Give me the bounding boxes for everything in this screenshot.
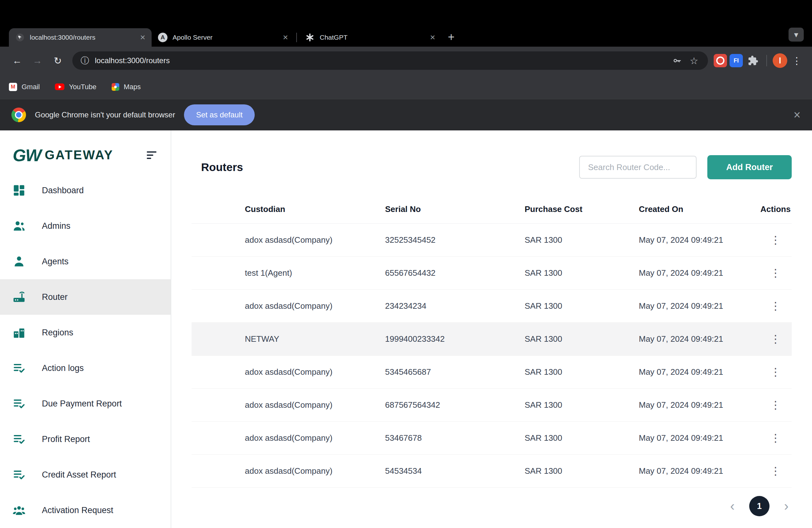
table-row[interactable]: adox asdasd(Company) 5345465687 SAR 1300… <box>192 356 792 389</box>
cell-cost: SAR 1300 <box>525 466 639 476</box>
address-bar[interactable]: ⓘ localhost:3000/routers ☆ <box>72 52 708 70</box>
sidebar-item-admins[interactable]: Admins <box>0 208 171 244</box>
sidebar-item-router[interactable]: Router <box>0 279 171 315</box>
bookmark-maps[interactable]: Maps <box>112 83 141 91</box>
bookmark-gmail[interactable]: M Gmail <box>9 83 40 91</box>
sidebar-item-agents[interactable]: Agents <box>0 244 171 279</box>
bookmark-star-icon[interactable]: ☆ <box>688 55 700 66</box>
sidebar-item-dashboard[interactable]: Dashboard <box>0 173 171 208</box>
row-actions-kebab-icon[interactable]: ⋮ <box>770 333 781 344</box>
sidebar-item-label: Regions <box>42 328 73 338</box>
search-input[interactable] <box>579 156 697 179</box>
cell-custodian: adox asdasd(Company) <box>192 466 385 476</box>
tab-close-icon[interactable]: × <box>140 33 145 42</box>
row-actions-kebab-icon[interactable]: ⋮ <box>770 466 781 476</box>
admins-icon <box>11 218 27 233</box>
table-row[interactable]: adox asdasd(Company) 687567564342 SAR 13… <box>192 389 792 422</box>
column-header-actions: Actions <box>759 204 792 214</box>
browser-toolbar: ← → ↻ ⓘ localhost:3000/routers ☆ FI l ⋮ <box>0 47 812 74</box>
cell-custodian: NETWAY <box>192 334 385 344</box>
row-actions-kebab-icon[interactable]: ⋮ <box>770 234 781 245</box>
cell-serial: 32525345452 <box>385 235 525 245</box>
column-header-created: Created On <box>639 204 759 214</box>
sidebar-item-label: Admins <box>42 221 70 231</box>
set-as-default-button[interactable]: Set as default <box>184 104 255 125</box>
bookmark-label: Maps <box>124 83 141 91</box>
cell-serial: 54534534 <box>385 466 525 476</box>
cell-created: May 07, 2024 09:49:21 <box>639 433 759 443</box>
row-actions-kebab-icon[interactable]: ⋮ <box>770 268 781 278</box>
site-info-icon[interactable]: ⓘ <box>81 55 89 66</box>
chrome-logo-icon <box>11 108 26 122</box>
sidebar-item-activation-request[interactable]: Activation Request <box>0 493 171 528</box>
cell-cost: SAR 1300 <box>525 268 639 278</box>
table-row[interactable]: adox asdasd(Company) 32525345452 SAR 130… <box>192 224 792 257</box>
table-header: Custodian Serial No Purchase Cost Create… <box>192 195 792 224</box>
row-actions-kebab-icon[interactable]: ⋮ <box>770 367 781 377</box>
row-actions-kebab-icon[interactable]: ⋮ <box>770 432 781 443</box>
cell-created: May 07, 2024 09:49:21 <box>639 367 759 377</box>
table-row[interactable]: adox asdasd(Company) 54534534 SAR 1300 M… <box>192 455 792 488</box>
sidebar-item-profit-report[interactable]: Profit Report <box>0 422 171 457</box>
logo-gateway: GATEWAY <box>45 148 114 162</box>
row-actions-kebab-icon[interactable]: ⋮ <box>770 300 781 311</box>
tab-separator <box>296 33 297 42</box>
page-title: Routers <box>201 161 243 174</box>
reload-button[interactable]: ↻ <box>49 52 67 70</box>
tab-apollo[interactable]: A Apollo Server × <box>151 28 294 47</box>
pagination-prev-icon[interactable]: ‹ <box>730 499 735 513</box>
cell-cost: SAR 1300 <box>525 400 639 410</box>
extensions-puzzle-icon[interactable] <box>745 53 760 68</box>
banner-message: Google Chrome isn't your default browser <box>35 111 175 119</box>
extension-icon-fi[interactable]: FI <box>729 54 743 67</box>
pagination-next-icon[interactable]: › <box>784 499 788 513</box>
sidebar-item-label: Router <box>42 292 68 302</box>
sidebar-item-credit-asset-report[interactable]: Credit Asset Report <box>0 457 171 493</box>
sidebar-item-action-logs[interactable]: Action logs <box>0 350 171 386</box>
password-key-icon[interactable] <box>671 55 683 66</box>
sidebar-nav: Dashboard Admins Agents <box>0 173 171 528</box>
column-header-serial: Serial No <box>385 204 525 214</box>
row-actions-kebab-icon[interactable]: ⋮ <box>770 399 781 410</box>
sidebar-item-due-payment-report[interactable]: Due Payment Report <box>0 386 171 422</box>
cell-cost: SAR 1300 <box>525 301 639 311</box>
app-content: GW GATEWAY Dashboard Admins <box>0 130 812 528</box>
new-tab-button[interactable]: + <box>448 31 454 43</box>
youtube-icon <box>55 84 64 90</box>
bookmark-youtube[interactable]: YouTube <box>55 83 96 91</box>
add-router-button[interactable]: Add Router <box>707 155 792 179</box>
tab-search-caret-button[interactable]: ▾ <box>788 28 804 42</box>
profile-avatar[interactable]: l <box>773 53 787 68</box>
sidebar-item-label: Action logs <box>42 363 84 373</box>
sidebar-item-label: Profit Report <box>42 434 90 444</box>
table-row[interactable]: test 1(Agent) 65567654432 SAR 1300 May 0… <box>192 257 792 290</box>
sidebar-item-regions[interactable]: Regions <box>0 315 171 350</box>
browser-menu-icon[interactable]: ⋮ <box>790 55 804 66</box>
extension-icon-red[interactable] <box>714 54 727 67</box>
banner-close-icon[interactable]: × <box>794 109 801 121</box>
cell-custodian: adox asdasd(Company) <box>192 433 385 443</box>
tab-close-icon[interactable]: × <box>430 33 435 42</box>
sidebar-collapse-icon[interactable] <box>145 149 158 161</box>
activation-request-icon <box>11 503 27 518</box>
tab-localhost[interactable]: localhost:3000/routers × <box>9 28 151 47</box>
forward-button[interactable]: → <box>29 52 46 70</box>
cell-serial: 5345465687 <box>385 367 525 377</box>
pagination-current-page[interactable]: 1 <box>749 496 769 516</box>
url-text[interactable]: localhost:3000/routers <box>95 56 665 65</box>
pagination: ‹ 1 › <box>192 496 792 516</box>
tab-chatgpt[interactable]: ChatGPT × <box>299 28 441 47</box>
table-row[interactable]: adox asdasd(Company) 234234234 SAR 1300 … <box>192 290 792 323</box>
tab-strip: localhost:3000/routers × A Apollo Server… <box>0 23 812 47</box>
toolbar-divider <box>766 55 767 66</box>
agents-icon <box>11 254 27 269</box>
table-row[interactable]: adox asdasd(Company) 53467678 SAR 1300 M… <box>192 422 792 455</box>
table-body: adox asdasd(Company) 32525345452 SAR 130… <box>192 224 792 488</box>
sidebar-item-label: Dashboard <box>42 186 84 196</box>
table-row[interactable]: NETWAY 1999400233342 SAR 1300 May 07, 20… <box>192 323 792 356</box>
tab-close-icon[interactable]: × <box>283 33 288 42</box>
back-button[interactable]: ← <box>8 52 26 70</box>
column-header-custodian: Custodian <box>192 204 385 214</box>
cell-created: May 07, 2024 09:49:21 <box>639 400 759 410</box>
cell-custodian: adox asdasd(Company) <box>192 400 385 410</box>
